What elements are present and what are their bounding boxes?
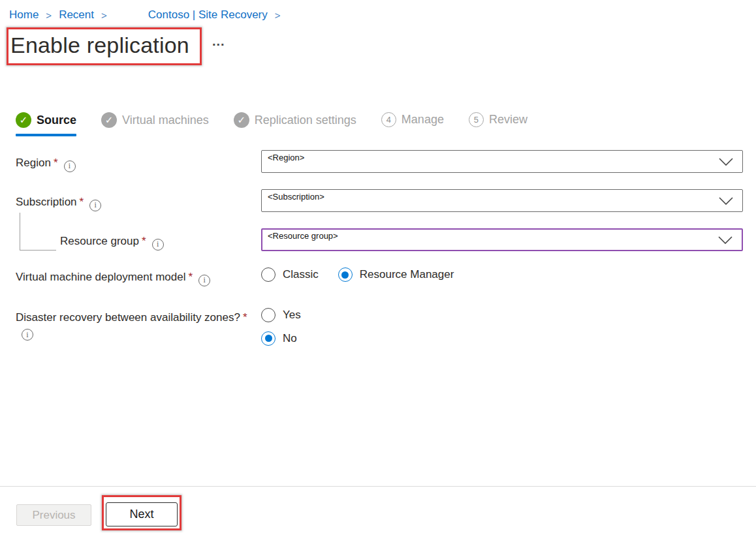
resource-group-row: Resource group*i <Resource group>: [16, 228, 743, 251]
radio-label: Yes: [283, 309, 301, 322]
tab-label: Manage: [402, 113, 444, 127]
breadcrumb-separator: >: [46, 10, 52, 21]
info-icon[interactable]: i: [198, 275, 210, 286]
tab-label: Virtual machines: [122, 114, 209, 127]
tab-label: Review: [489, 113, 528, 127]
subscription-row: Subscription*i <Subscription>: [16, 189, 743, 212]
radio-label: Resource Manager: [360, 268, 454, 281]
wizard-footer: Previous Next: [0, 486, 756, 533]
active-tab-underline: [16, 134, 76, 136]
check-circle-icon: ✓: [16, 112, 31, 128]
availability-zones-row: Disaster recovery between availability z…: [16, 308, 743, 355]
chevron-down-icon: [719, 158, 733, 166]
step-number-icon: 5: [469, 112, 484, 127]
radio-circle-icon: [261, 267, 276, 282]
radio-no[interactable]: No: [261, 331, 723, 346]
breadcrumb-separator: >: [101, 10, 107, 21]
chevron-down-icon: [719, 197, 733, 205]
subscription-dropdown-value: <Subscription>: [268, 192, 324, 202]
annotation-box-title: Enable replication: [7, 27, 202, 65]
radio-resource-manager[interactable]: Resource Manager: [338, 267, 454, 282]
tab-label: Replication settings: [255, 114, 356, 127]
radio-circle-icon-selected: [261, 331, 276, 346]
page-title: Enable replication: [10, 30, 189, 60]
more-options-icon[interactable]: ...: [212, 34, 225, 49]
enable-replication-page: Home > Recent > Contoso | Site Recovery …: [0, 0, 756, 533]
radio-classic[interactable]: Classic: [261, 267, 319, 282]
required-marker: *: [54, 157, 58, 169]
check-circle-icon: ✓: [234, 112, 249, 128]
tab-manage[interactable]: 4 Manage: [381, 112, 444, 136]
source-form: Region*i <Region> Subscription*i <Subscr…: [16, 150, 743, 355]
breadcrumb: Home > Recent > Contoso | Site Recovery …: [0, 0, 756, 22]
breadcrumb-separator: >: [275, 10, 281, 21]
deployment-model-radio-group: Classic Resource Manager: [261, 267, 743, 282]
region-row: Region*i <Region>: [16, 150, 743, 173]
tab-label: Source: [37, 114, 76, 127]
resource-group-dropdown[interactable]: <Resource group>: [261, 228, 743, 251]
required-marker: *: [80, 196, 84, 208]
deployment-model-label: Virtual machine deployment model: [16, 271, 186, 283]
annotation-box-next: Next: [102, 495, 181, 530]
radio-circle-icon: [261, 308, 276, 322]
wizard-steps: ✓ Source ✓ Virtual machines ✓ Replicatio…: [16, 112, 756, 136]
region-dropdown[interactable]: <Region>: [261, 150, 743, 173]
info-icon[interactable]: i: [22, 329, 33, 341]
required-marker: *: [243, 311, 247, 324]
subscription-label: Subscription: [16, 196, 77, 208]
resource-group-label: Resource group: [60, 235, 139, 247]
check-circle-icon: ✓: [101, 112, 117, 128]
radio-yes[interactable]: Yes: [261, 308, 723, 322]
chevron-down-icon: [718, 236, 732, 244]
breadcrumb-link-home[interactable]: Home: [9, 8, 39, 22]
info-icon[interactable]: i: [89, 200, 101, 211]
availability-zones-label: Disaster recovery between availability z…: [16, 311, 240, 324]
resource-group-dropdown-value: <Resource group>: [268, 231, 338, 241]
tab-virtual-machines[interactable]: ✓ Virtual machines: [101, 112, 209, 136]
previous-button[interactable]: Previous: [16, 504, 91, 526]
region-dropdown-value: <Region>: [268, 153, 304, 162]
next-button[interactable]: Next: [106, 502, 178, 526]
radio-label: No: [283, 332, 297, 345]
title-row: Enable replication ...: [7, 27, 756, 65]
required-marker: *: [142, 235, 146, 247]
required-marker: *: [189, 271, 193, 283]
radio-label: Classic: [283, 268, 319, 281]
deployment-model-row: Virtual machine deployment model*i Class…: [16, 267, 743, 286]
info-icon[interactable]: i: [152, 239, 164, 251]
breadcrumb-link-recent[interactable]: Recent: [59, 8, 94, 22]
availability-zones-radio-group: Yes No: [261, 308, 743, 355]
radio-circle-icon-selected: [338, 267, 353, 282]
info-icon[interactable]: i: [64, 160, 76, 172]
tab-source[interactable]: ✓ Source: [16, 112, 76, 136]
sub-field-connector-line: [20, 213, 56, 251]
step-number-icon: 4: [381, 112, 396, 127]
subscription-dropdown[interactable]: <Subscription>: [261, 189, 743, 212]
region-label: Region: [16, 157, 51, 169]
tab-review[interactable]: 5 Review: [469, 112, 528, 136]
tab-replication-settings[interactable]: ✓ Replication settings: [234, 112, 356, 136]
breadcrumb-link-vault[interactable]: Contoso | Site Recovery: [148, 8, 268, 22]
